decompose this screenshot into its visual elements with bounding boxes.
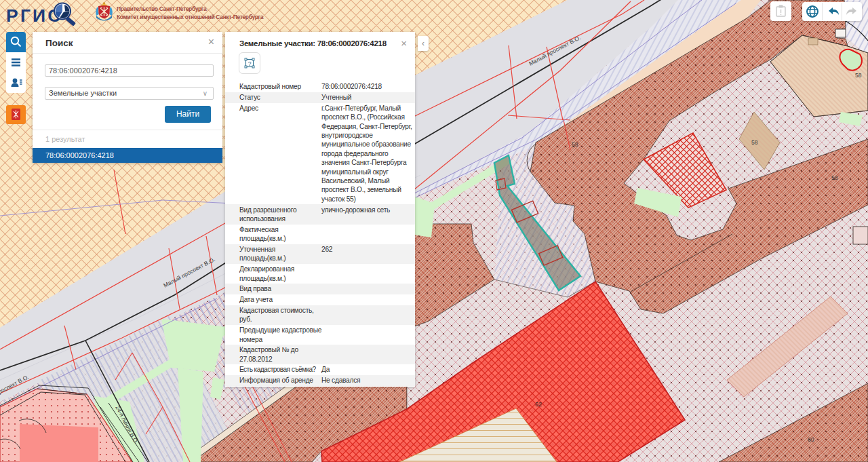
svg-text:58: 58 bbox=[831, 174, 838, 181]
svg-text:58: 58 bbox=[751, 139, 758, 146]
svg-text:60: 60 bbox=[808, 436, 814, 443]
svg-text:58: 58 bbox=[572, 141, 578, 148]
svg-text:62: 62 bbox=[535, 401, 542, 408]
svg-text:?: ? bbox=[248, 60, 252, 67]
svg-text:58: 58 bbox=[855, 72, 862, 79]
